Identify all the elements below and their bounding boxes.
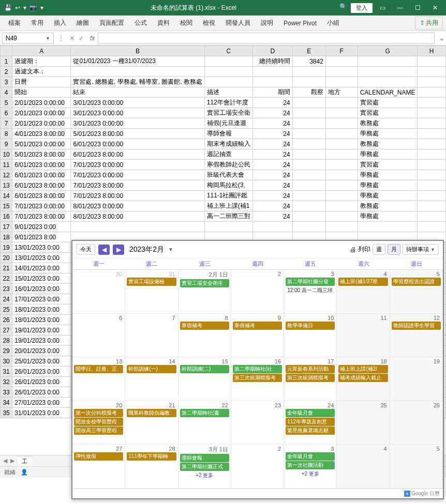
cell[interactable] <box>325 77 358 87</box>
cell[interactable]: 7/01/2023 0:00:00 <box>71 160 204 170</box>
name-box-dropdown-icon[interactable]: ▼ <box>46 36 50 41</box>
calendar-event[interactable]: 補考成績輸入截止 <box>338 374 388 382</box>
row-header[interactable]: 14 <box>1 191 12 201</box>
row-header[interactable]: 2 <box>1 67 12 77</box>
cell[interactable] <box>292 222 325 232</box>
cell[interactable]: 2/01/2023 0:00:00 <box>12 108 71 118</box>
redo-dropdown-icon[interactable]: ▾ <box>23 4 26 11</box>
accessibility-icon[interactable]: 👤 <box>21 469 28 476</box>
calendar-cell[interactable]: 3全年級月會第一次社團活動+2 更多 <box>284 445 337 488</box>
cell[interactable]: 26/01/2023 0:00 <box>12 366 71 377</box>
undo-icon[interactable]: ↩ <box>15 4 20 11</box>
ribbon-display-icon[interactable]: ▭ <box>375 2 390 13</box>
cancel-formula-icon[interactable]: ✕ <box>69 35 75 42</box>
cell[interactable]: 3/01/2023 0:00:00 <box>71 118 204 129</box>
month-dropdown-icon[interactable]: ▼ <box>168 247 173 252</box>
cell[interactable]: 24 <box>252 118 292 129</box>
row-header[interactable]: 30 <box>1 356 12 366</box>
row-header[interactable]: 34 <box>1 398 12 408</box>
cell[interactable] <box>325 67 358 77</box>
row-header[interactable]: 26 <box>1 315 12 325</box>
cell[interactable]: 13/01/2023 0:00 <box>12 253 71 263</box>
cell[interactable]: 19/01/2023 0:00 <box>12 325 71 335</box>
calendar-event[interactable]: 補上班上課(補2/ <box>338 365 388 373</box>
cell[interactable]: 24 <box>252 170 292 180</box>
cell[interactable]: 7/01/2023 8:00:00 <box>71 180 204 191</box>
calendar-cell[interactable]: 22第二學期轉社(書 <box>179 401 231 445</box>
print-icon[interactable]: 🖨 <box>350 246 356 253</box>
calendar-event[interactable]: 開放全校學習歷程 <box>74 418 123 426</box>
calendar-event[interactable]: 教學準備日 <box>286 322 335 330</box>
formula-expand-icon[interactable]: ⌄ <box>438 35 446 42</box>
cell[interactable] <box>418 139 446 149</box>
calendar-event[interactable]: 幹部訓練(二) <box>180 365 229 373</box>
col-header-H[interactable]: H <box>418 46 446 56</box>
cell[interactable] <box>418 98 446 108</box>
calendar-cell[interactable]: 30 <box>72 270 125 314</box>
cell[interactable] <box>71 67 204 77</box>
name-box[interactable]: N49 ▼ <box>2 33 54 44</box>
tab-home[interactable]: 常用 <box>26 16 49 30</box>
cell[interactable] <box>418 56 446 67</box>
cell[interactable]: 19/01/2023 0:00 <box>12 335 71 346</box>
row-header[interactable]: 33 <box>1 387 12 398</box>
cell[interactable] <box>418 170 446 180</box>
cell[interactable] <box>358 67 418 77</box>
cell[interactable]: 學務處 <box>358 149 418 160</box>
cell[interactable] <box>204 67 252 77</box>
cell[interactable]: 補假(元旦逢週 <box>204 118 252 129</box>
calendar-event[interactable]: 寒假補考 <box>180 322 229 330</box>
cell[interactable]: 學務處 <box>358 191 418 201</box>
calendar-event[interactable]: 第二學期社團正式 <box>180 463 229 471</box>
calendar-event[interactable]: +2 更多 <box>180 471 229 480</box>
cell[interactable]: 27/01/2023 0:00 <box>12 398 71 408</box>
calendar-cell[interactable]: 19 <box>390 357 443 401</box>
print-button[interactable]: 列印 <box>358 245 370 254</box>
cell[interactable]: 9/01/2023 0:00 <box>12 222 71 232</box>
cell[interactable] <box>292 129 325 139</box>
formula-input[interactable] <box>98 33 435 44</box>
cell[interactable] <box>418 191 446 201</box>
cell[interactable]: 從01/01/2023 一種31/07/2023 <box>71 56 204 67</box>
cell[interactable]: 18/01/2023 0:00 <box>12 315 71 325</box>
minimize-icon[interactable]: — <box>392 2 408 13</box>
calendar-cell[interactable]: 21職業科教師自編教 <box>125 401 178 445</box>
cell[interactable] <box>292 149 325 160</box>
cell[interactable] <box>325 201 358 211</box>
cell[interactable] <box>292 191 325 201</box>
cell[interactable] <box>292 139 325 149</box>
col-header-F[interactable]: F <box>325 46 358 56</box>
cell[interactable]: 總持續時間 <box>252 56 292 67</box>
calendar-cell[interactable]: 6 <box>72 314 125 358</box>
col-header-B[interactable]: B <box>71 46 204 56</box>
cell[interactable]: 3/01/2023 0:00:00 <box>71 108 204 118</box>
cell[interactable]: 5/01/2023 0:00:00 <box>12 139 71 149</box>
cell[interactable]: 6/01/2023 8:00:00 <box>12 180 71 191</box>
calendar-cell[interactable]: 7 <box>125 314 178 358</box>
cell[interactable]: 期間 <box>252 87 292 98</box>
cell[interactable]: 24 <box>252 211 292 222</box>
cell[interactable] <box>418 129 446 139</box>
cell[interactable]: 日曆 <box>12 77 71 87</box>
google-plus-icon[interactable]: + <box>404 491 410 497</box>
cell[interactable]: 24 <box>252 191 292 201</box>
col-header-C[interactable]: C <box>204 46 252 56</box>
cell[interactable]: 31/01/2023 0:00 <box>12 408 71 418</box>
cell[interactable]: 3842 <box>292 56 325 67</box>
cell[interactable]: 學務處 <box>358 129 418 139</box>
cell[interactable] <box>292 180 325 191</box>
row-header[interactable]: 35 <box>1 408 12 418</box>
row-header[interactable]: 22 <box>1 273 12 284</box>
calendar-cell[interactable]: 9寒假補考 <box>231 314 284 358</box>
cell[interactable]: 9/01/2023 8:00 <box>12 232 71 242</box>
cell[interactable]: 24 <box>252 139 292 149</box>
calendar-event[interactable]: 第三次統測模擬考 <box>286 374 335 382</box>
cell[interactable]: 24 <box>252 149 292 160</box>
maximize-icon[interactable]: ☐ <box>410 2 425 13</box>
calendar-event[interactable]: 實習工場設備檢 <box>127 278 176 286</box>
calendar-cell[interactable]: 2月 1日實習工場安全衛生 <box>179 270 231 314</box>
cell[interactable]: 教務處 <box>358 201 418 211</box>
calendar-event[interactable]: 全年級月會 <box>286 409 335 417</box>
cell[interactable]: 5/01/2023 8:00:00 <box>71 129 204 139</box>
cell[interactable]: 過濾文本： <box>12 67 71 77</box>
